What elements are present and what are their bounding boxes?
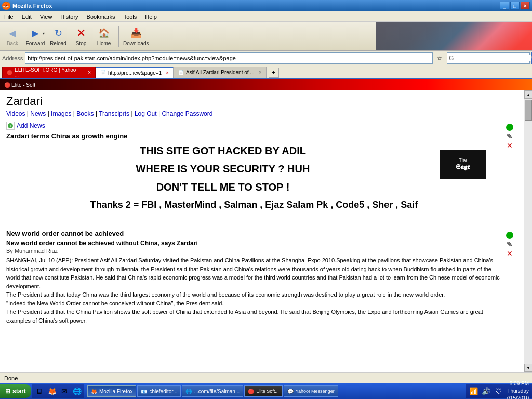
taskbar-email-icon[interactable]: ✉ (59, 386, 70, 396)
close-button[interactable]: × (521, 2, 530, 10)
nav-transciprts[interactable]: Transciprts (99, 110, 129, 117)
home-label: Home (97, 41, 111, 46)
taskbar-app-salman[interactable]: 🌐 ...com/file/Salman... (182, 385, 243, 397)
taskbar-app-yahoo[interactable]: 💬 Yahoo! Messenger (284, 385, 338, 397)
article-edit-button[interactable]: ✎ (507, 132, 513, 140)
scrollbar[interactable]: ▲ ▼ (524, 90, 532, 372)
nav-videos[interactable]: Videos (6, 110, 25, 117)
tab-zardari-close[interactable]: × (259, 70, 262, 75)
page-nav-links: Videos | News | Images | Books | Transci… (6, 110, 517, 117)
title-bar-buttons: _ □ × (500, 2, 530, 10)
taskbar-app-chiefeditor-icon: 📧 (141, 389, 147, 394)
tab-elite-soft[interactable]: 🔴 ELITE-SOFT.ORG | Yahoo | ... × (2, 66, 96, 78)
maximize-button[interactable]: □ (510, 2, 520, 10)
news-actions: ✎ ✕ (502, 230, 517, 325)
taskbar-app-elite-soft[interactable]: 🔴 Elite Soft... (244, 385, 283, 397)
hacker-logo: The 𝕾𝖆𝖌𝖗 (440, 150, 486, 179)
new-tab-button[interactable]: + (269, 68, 279, 78)
taskbar-app-firefox-icon: 🦊 (91, 389, 97, 394)
status-text: Done (4, 375, 18, 381)
nav-change-password[interactable]: Change Password (162, 110, 212, 117)
menu-file[interactable]: File (2, 12, 16, 21)
downloads-label: Downloads (123, 41, 149, 46)
hacked-line3: DON'T TELL ME TO STOP ! (6, 181, 502, 193)
nav-images[interactable]: Images (51, 110, 71, 117)
google-icon: G (447, 55, 455, 62)
taskbar-app-salman-label: ...com/file/Salman... (194, 389, 240, 394)
stop-icon: ✕ (74, 26, 88, 41)
bookmark-star-button[interactable]: ☆ (435, 55, 445, 62)
bookmark-elite-soft-label: Elite - Soft (11, 82, 35, 88)
scrollbar-up-button[interactable]: ▲ (524, 90, 532, 99)
title-bar-left: 🦊 Mozilla Firefox (2, 2, 52, 10)
start-label: start (12, 388, 26, 395)
taskbar-firefox-icon[interactable]: 🦊 (47, 386, 57, 396)
nav-news[interactable]: News (30, 110, 46, 117)
tab-pakistan-icon: 📄 (100, 70, 106, 75)
scrollbar-down-button[interactable]: ▼ (524, 364, 532, 372)
taskbar-app-salman-icon: 🌐 (185, 389, 192, 394)
home-icon: 🏠 (97, 26, 111, 41)
bookmark-elite-soft[interactable]: 🔴 Elite - Soft (2, 82, 37, 88)
main-content: Zardari Videos | News | Images | Books |… (0, 90, 524, 372)
bookmarks-bar: 🔴 Elite - Soft (0, 79, 532, 90)
hacked-line1: THIS SITE GOT HACKED BY ADIL (6, 145, 502, 157)
taskbar-app-chiefeditor[interactable]: 📧 chiefeditor... (137, 385, 181, 397)
tab-pakistan[interactable]: 📄 http://pre...iew&page=1 × (96, 66, 174, 78)
tab-pakistan-close[interactable]: × (166, 70, 169, 76)
tab-elite-soft-close[interactable]: × (88, 70, 91, 75)
start-button[interactable]: ⊞ start (0, 384, 31, 398)
news-author: By Muhammad Riaz (6, 248, 502, 254)
taskbar-quick-launch: 🖥 🦊 ✉ 🌐 (32, 384, 84, 398)
tab-zardari-label: Asif Ali Zardari President of ... (186, 70, 255, 75)
menu-history[interactable]: History (58, 12, 80, 21)
downloads-button[interactable]: 📥 Downloads (123, 24, 149, 49)
forward-button[interactable]: ▶ Forward ▾ (25, 24, 46, 49)
taskbar-yahoo-icon: 💬 (287, 389, 294, 394)
tab-elite-soft-icon: 🔴 (7, 70, 12, 75)
reload-label: Reload (50, 41, 66, 46)
search-input[interactable] (455, 55, 531, 61)
menu-view[interactable]: View (38, 12, 55, 21)
home-button[interactable]: 🏠 Home (94, 24, 114, 49)
menu-bar: File Edit View History Bookmarks Tools H… (0, 11, 532, 22)
reload-button[interactable]: ↻ Reload (48, 24, 69, 49)
news-delete-button[interactable]: ✕ (507, 249, 513, 258)
firefox-icon: 🦊 (2, 2, 10, 10)
news-body: SHANGHAI, Jul 10 (APP): President Asif A… (6, 256, 502, 325)
article-status-dot (506, 124, 513, 131)
hacked-content: The 𝕾𝖆𝖌𝖗 THIS SITE GOT HACKED BY ADIL WH… (6, 145, 502, 210)
clock-day: Thursday (506, 388, 529, 395)
tab-elite-soft-label: ELITE-SOFT.ORG | Yahoo | ... (15, 67, 84, 78)
page-title: Zardari (6, 95, 517, 108)
hacked-line2: WHERE IS YOUR SECURITY ? HUH (6, 163, 502, 175)
minimize-button[interactable]: _ (500, 2, 509, 10)
tabs-bar: 🔴 ELITE-SOFT.ORG | Yahoo | ... × 📄 http:… (0, 65, 532, 79)
menu-tools[interactable]: Tools (122, 12, 139, 21)
article-delete-button[interactable]: ✕ (507, 141, 513, 150)
menu-edit[interactable]: Edit (20, 12, 34, 21)
windows-logo: ⊞ (5, 388, 10, 395)
news-title: New world order cannot be achieved (6, 230, 502, 237)
taskbar-show-desktop[interactable]: 🖥 (34, 386, 45, 396)
nav-books[interactable]: Books (76, 110, 94, 117)
tab-zardari[interactable]: 📄 Asif Ali Zardari President of ... × (174, 66, 267, 78)
taskbar-extra-icon[interactable]: 🌐 (72, 386, 82, 396)
news-edit-button[interactable]: ✎ (507, 240, 513, 248)
bookmark-elite-soft-icon: 🔴 (4, 82, 10, 88)
scrollbar-thumb[interactable] (525, 100, 532, 121)
menu-help[interactable]: Help (143, 12, 159, 21)
taskbar-app-firefox[interactable]: 🦊 Mozilla Firefox (87, 385, 136, 397)
add-news-button[interactable]: + Add News (6, 122, 502, 130)
stop-button[interactable]: ✕ Stop (71, 24, 91, 49)
tab-zardari-icon: 📄 (178, 70, 184, 75)
back-button[interactable]: ◀ Back (2, 24, 23, 49)
taskbar-yahoo-label: Yahoo! Messenger (296, 389, 335, 394)
article-actions: ✎ ✕ (502, 122, 517, 150)
systray-security-icon: 🛡 (494, 386, 504, 396)
menu-bookmarks[interactable]: Bookmarks (85, 12, 117, 21)
news-subtitle: New world order cannot be achieved witho… (6, 240, 502, 247)
address-input[interactable] (25, 52, 433, 64)
systray-network-icon: 📶 (469, 386, 479, 396)
nav-logout[interactable]: Log Out (135, 110, 157, 117)
